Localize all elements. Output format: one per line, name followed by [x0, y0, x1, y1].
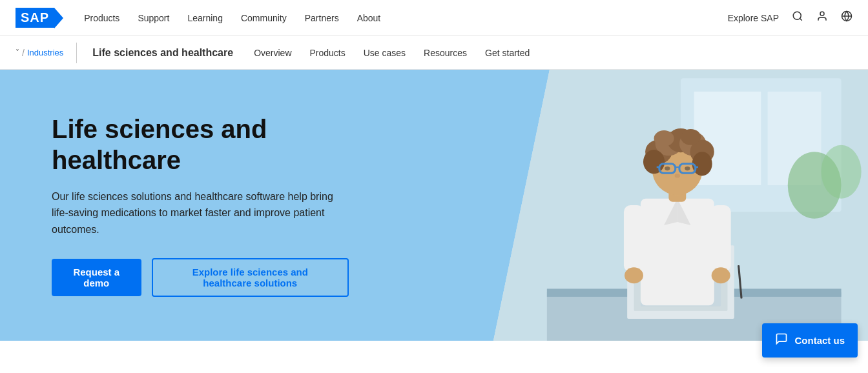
breadcrumb-separator: /	[22, 48, 25, 58]
user-icon[interactable]	[816, 10, 828, 25]
sub-nav-overview[interactable]: Overview	[254, 48, 291, 58]
explore-sap-link[interactable]: Explore SAP	[728, 13, 779, 23]
sub-nav-products[interactable]: Products	[310, 48, 346, 58]
nav-link-community[interactable]: Community	[241, 13, 287, 23]
hero-content: Life sciences and healthcare Our life sc…	[0, 75, 400, 336]
svg-point-41	[685, 166, 690, 170]
nav-link-support[interactable]: Support	[138, 13, 169, 23]
sap-logo-triangle	[54, 8, 63, 28]
globe-icon[interactable]	[841, 10, 852, 25]
sub-nav-links: Overview Products Use cases Resources Ge…	[254, 48, 530, 58]
sub-nav-getstarted[interactable]: Get started	[485, 48, 530, 58]
nav-link-about[interactable]: About	[357, 13, 381, 23]
sub-navigation: ˅ / Industries Life sciences and healthc…	[0, 36, 868, 70]
top-navigation: SAP Products Support Learning Community …	[0, 0, 868, 36]
contact-us-button[interactable]: Contact us	[762, 323, 858, 341]
nav-link-learning[interactable]: Learning	[187, 13, 223, 23]
hero-buttons: Request a demo Explore life sciences and…	[52, 258, 349, 297]
sap-logo-text: SAP	[21, 10, 49, 25]
svg-point-22	[625, 267, 643, 283]
hero-section: Life sciences and healthcare Our life sc…	[0, 70, 868, 341]
hero-image-polygon	[493, 70, 868, 341]
svg-rect-20	[624, 205, 644, 272]
breadcrumb: ˅ / Industries	[16, 48, 63, 58]
svg-point-31	[643, 150, 665, 174]
hero-title: Life sciences and healthcare	[52, 114, 349, 176]
chat-icon	[775, 332, 788, 341]
svg-point-0	[793, 12, 801, 19]
breadcrumb-chevron-icon: ˅	[16, 48, 19, 57]
hero-image-area	[493, 70, 868, 341]
svg-point-33	[654, 130, 674, 146]
sub-nav-divider	[76, 43, 77, 63]
explore-solutions-button[interactable]: Explore life sciences and healthcare sol…	[152, 258, 349, 297]
search-icon[interactable]	[792, 10, 803, 25]
svg-point-10	[822, 145, 862, 199]
contact-us-label: Contact us	[794, 335, 845, 341]
svg-line-1	[800, 18, 801, 20]
request-demo-button[interactable]: Request a demo	[52, 259, 141, 296]
svg-point-40	[665, 166, 670, 170]
sub-nav-usecases[interactable]: Use cases	[364, 48, 406, 58]
page-title: Life sciences and healthcare	[92, 47, 233, 59]
svg-point-23	[712, 267, 730, 283]
nav-links: Products Support Learning Community Part…	[84, 13, 728, 23]
nav-link-partners[interactable]: Partners	[305, 13, 339, 23]
scientist-image	[493, 70, 868, 341]
svg-point-34	[681, 129, 701, 145]
svg-point-42	[675, 174, 680, 177]
nav-link-products[interactable]: Products	[84, 13, 119, 23]
nav-right: Explore SAP	[728, 10, 852, 25]
breadcrumb-industries-link[interactable]: Industries	[27, 48, 63, 57]
sap-logo[interactable]: SAP	[16, 8, 63, 28]
svg-point-2	[820, 12, 824, 15]
hero-description: Our life sciences solutions and healthca…	[52, 188, 349, 238]
svg-rect-21	[711, 205, 731, 272]
sub-nav-resources[interactable]: Resources	[424, 48, 467, 58]
